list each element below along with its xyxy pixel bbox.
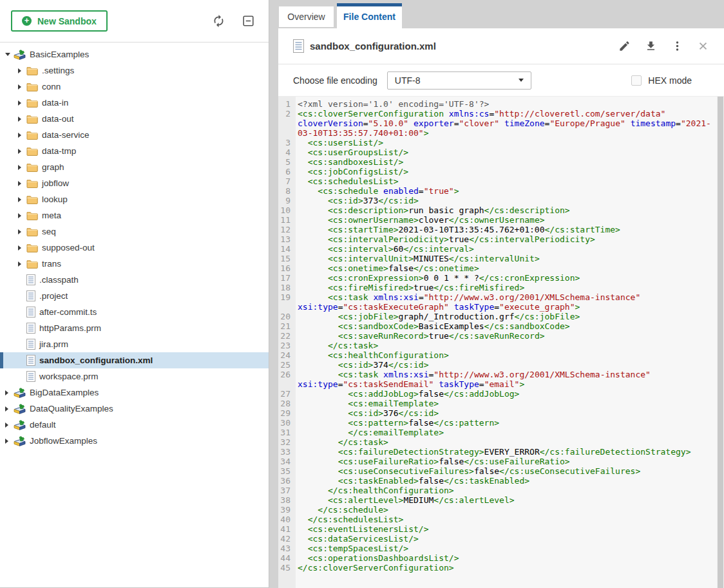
- line-number: 30: [278, 418, 296, 428]
- tree-item-trans[interactable]: trans: [0, 256, 269, 272]
- chevron-right-icon[interactable]: [18, 229, 26, 235]
- folder-icon: [26, 243, 38, 252]
- chevron-right-icon[interactable]: [18, 180, 26, 187]
- code-line-10: 10 <cs:description>run basic graph</cs:d…: [278, 205, 724, 215]
- tree-item-seq[interactable]: seq: [0, 223, 269, 240]
- code-text: <cs:cloverServerConfiguration xmlns:cs="…: [296, 109, 714, 138]
- code-line-36: 36 <cs:taskEnabled>false</cs:taskEnabled…: [278, 476, 724, 486]
- tree-item-label: workspace.prm: [39, 368, 99, 384]
- code-line-16: 16 <cs:onetime>false</cs:onetime>: [278, 263, 724, 273]
- chevron-right-icon[interactable]: [5, 422, 14, 428]
- hex-mode-label: HEX mode: [648, 75, 692, 86]
- folder-icon: [26, 66, 38, 75]
- scrollbar-thumb[interactable]: [718, 97, 723, 588]
- tree-item-graph[interactable]: graph: [0, 159, 269, 175]
- chevron-right-icon[interactable]: [18, 68, 26, 74]
- chevron-down-icon: [519, 79, 524, 82]
- line-number: 11: [278, 215, 296, 225]
- chevron-right-icon[interactable]: [18, 164, 26, 171]
- tree-item-dataqualityexamples[interactable]: DataQualityExamples: [0, 401, 269, 417]
- tree-item-data-in[interactable]: data-in: [0, 95, 269, 111]
- tree-item-sandbox-configuration-xml[interactable]: sandbox_configuration.xml: [0, 352, 269, 368]
- code-line-13: 13 <cs:intervalPeriodicity>true</cs:inte…: [278, 234, 724, 244]
- code-text: <cs:schedulesList>: [296, 176, 714, 186]
- new-sandbox-button[interactable]: + New Sandbox: [11, 10, 108, 32]
- tree-item-lookup[interactable]: lookup: [0, 191, 269, 207]
- tree-item-label: .settings: [42, 62, 74, 79]
- chevron-right-icon[interactable]: [18, 100, 26, 106]
- tree-item-basicexamples[interactable]: BasicExamples: [0, 46, 269, 62]
- tree-item-default[interactable]: default: [0, 417, 269, 433]
- more-options-icon[interactable]: [671, 40, 683, 52]
- tab-file-content[interactable]: File Content: [337, 3, 402, 28]
- hex-mode-checkbox[interactable]: [631, 75, 642, 86]
- tab-overview[interactable]: Overview: [279, 6, 334, 28]
- line-number: 44: [278, 553, 296, 563]
- chevron-right-icon[interactable]: [18, 148, 26, 155]
- code-text: <cs:fireMisfired>true</cs:fireMisfired>: [296, 283, 714, 292]
- tree-item-project[interactable]: .project: [0, 288, 269, 304]
- tree-item-settings[interactable]: .settings: [0, 62, 269, 79]
- code-text: </cs:schedulesList>: [296, 515, 714, 524]
- code-line-25: 25 <cs:id>374</cs:id>: [278, 360, 724, 370]
- line-number: 4: [278, 147, 296, 157]
- chevron-right-icon[interactable]: [18, 213, 26, 219]
- line-number: 42: [278, 534, 296, 544]
- plus-icon: +: [22, 16, 32, 26]
- code-line-3: 3 <cs:usersList/>: [278, 138, 724, 147]
- chevron-right-icon[interactable]: [5, 406, 14, 412]
- code-line-12: 12 <cs:startTime>2021-03-10T13:35:45.762…: [278, 225, 724, 234]
- chevron-right-icon[interactable]: [18, 116, 26, 122]
- tree-item-data-out[interactable]: data-out: [0, 111, 269, 127]
- tree-item-label: data-service: [42, 127, 90, 143]
- file-actions: [618, 40, 709, 52]
- new-sandbox-label: New Sandbox: [37, 16, 97, 26]
- refresh-icon[interactable]: [212, 14, 225, 28]
- file-icon: [26, 323, 35, 334]
- code-line-28: 28 <cs:emailTemplate>: [278, 399, 724, 408]
- tree-item-jira-prm[interactable]: jira.prm: [0, 336, 269, 352]
- tree-item-bigdataexamples[interactable]: BigDataExamples: [0, 384, 269, 401]
- file-icon: [293, 39, 304, 53]
- code-text: <cs:useConsecutiveFailures>false</cs:use…: [296, 466, 714, 476]
- tree-item-supposed-out[interactable]: supposed-out: [0, 240, 269, 256]
- tree-item-httpparams-prm[interactable]: httpParams.prm: [0, 320, 269, 336]
- encoding-select[interactable]: UTF-8: [387, 71, 531, 90]
- code-line-20: 20 <cs:jobFile>graph/_Introduction.grf</…: [278, 312, 724, 321]
- tree-item-label: graph: [42, 159, 64, 175]
- close-icon[interactable]: [698, 41, 709, 52]
- encoding-label: Choose file encoding: [293, 75, 377, 86]
- tree-item-data-service[interactable]: data-service: [0, 127, 269, 143]
- tree-item-meta[interactable]: meta: [0, 207, 269, 223]
- code-line-15: 15 <cs:intervalUnit>MINUTES</cs:interval…: [278, 254, 724, 263]
- tree-item-label: meta: [42, 207, 61, 223]
- explorer-toolbar-icons: [212, 14, 254, 28]
- code-text: <cs:cronExpression>0 0 1 * * ?</cs:cronE…: [296, 273, 714, 283]
- tree-item-label: JobflowExamples: [30, 433, 97, 449]
- code-viewer[interactable]: 1<?xml version='1.0' encoding='UTF-8'?>2…: [278, 97, 724, 588]
- edit-icon[interactable]: [618, 40, 631, 52]
- chevron-down-icon[interactable]: [5, 52, 14, 58]
- download-icon[interactable]: [645, 40, 657, 52]
- code-line-1: 1<?xml version='1.0' encoding='UTF-8'?>: [278, 99, 724, 109]
- tree-item-conn[interactable]: conn: [0, 79, 269, 95]
- code-line-45: 45</cs:cloverServerConfiguration>: [278, 563, 724, 573]
- tree-item-label: conn: [42, 79, 61, 95]
- tree-item-label: BigDataExamples: [30, 384, 99, 401]
- tree-item-classpath[interactable]: .classpath: [0, 272, 269, 288]
- tree-item-workspace-prm[interactable]: workspace.prm: [0, 368, 269, 384]
- chevron-right-icon[interactable]: [5, 438, 14, 444]
- chevron-right-icon[interactable]: [18, 245, 26, 251]
- tree-item-jobflow[interactable]: jobflow: [0, 175, 269, 191]
- collapse-all-icon[interactable]: [243, 15, 254, 26]
- chevron-right-icon[interactable]: [18, 132, 26, 138]
- tree-item-data-tmp[interactable]: data-tmp: [0, 143, 269, 159]
- chevron-right-icon[interactable]: [18, 84, 26, 90]
- tab-bar: Overview File Content: [278, 0, 724, 28]
- tree-item-after-commit-ts[interactable]: after-commit.ts: [0, 304, 269, 320]
- chevron-right-icon[interactable]: [18, 196, 26, 203]
- code-scrollbar[interactable]: [717, 97, 724, 588]
- chevron-right-icon[interactable]: [5, 390, 14, 396]
- chevron-right-icon[interactable]: [18, 261, 26, 267]
- tree-item-jobflowexamples[interactable]: JobflowExamples: [0, 433, 269, 449]
